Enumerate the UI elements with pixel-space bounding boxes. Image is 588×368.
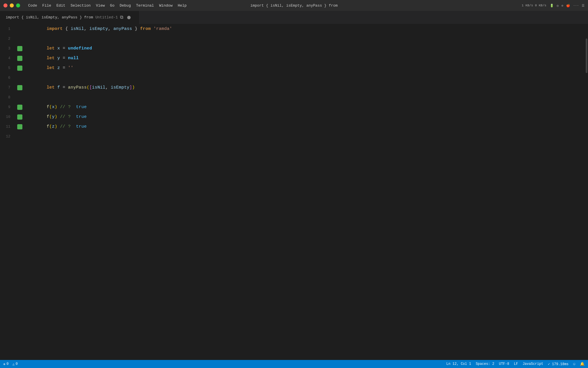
breakpoint-4[interactable]	[17, 56, 22, 61]
titlebar-left: Code File Edit Selection View Go Debug T…	[3, 3, 187, 8]
no-breakpoint-6	[17, 75, 22, 80]
line-num-5: 5	[0, 63, 17, 73]
line-10: 10 f(y) // ? true	[0, 112, 585, 122]
statusbar-right: Ln 12, Col 1 Spaces: 2 UTF-8 LF JavaScri…	[446, 362, 585, 366]
menu-help[interactable]: Help	[178, 3, 187, 8]
line-ending[interactable]: LF	[514, 362, 518, 366]
timing: ✓ 179.18ms	[548, 362, 568, 366]
scrollbar[interactable]	[585, 24, 588, 360]
line-num-9: 9	[0, 102, 17, 112]
window-title: import { isNil, isEmpty, anyPass } from	[250, 3, 338, 8]
line-num-7: 7	[0, 83, 17, 93]
menu-code[interactable]: Code	[28, 3, 37, 8]
statusbar-left: ⊗ 0 △ 0	[3, 362, 18, 366]
line-num-6: 6	[0, 73, 17, 83]
line-9: 9 f(x) // ? true	[0, 102, 585, 112]
line-11: 11 f(z) // ? true	[0, 122, 585, 132]
menu-window[interactable]: Window	[159, 3, 173, 8]
editor: 1 import { isNil, isEmpty, anyPass } fro…	[0, 24, 588, 360]
close-button[interactable]	[3, 3, 7, 7]
line-num-4: 4	[0, 53, 17, 63]
cursor-position[interactable]: Ln 12, Col 1	[446, 362, 471, 366]
no-breakpoint-12	[17, 134, 22, 139]
tab-filename: Untitled-1	[95, 15, 118, 20]
line-num-8: 8	[0, 93, 17, 102]
circle-icon: ⊘	[562, 4, 564, 7]
menu-debug[interactable]: Debug	[120, 3, 131, 8]
errors-count: 0	[7, 362, 9, 366]
tab-breadcrumb-prefix: import { isNil, isEmpty, anyPass } from	[6, 15, 93, 20]
statusbar: ⊗ 0 △ 0 Ln 12, Col 1 Spaces: 2 UTF-8 LF …	[0, 360, 588, 368]
line-num-2: 2	[0, 34, 17, 44]
layout-icons: ⧉	[120, 15, 131, 20]
line-num-3: 3	[0, 44, 17, 53]
menu-file[interactable]: File	[42, 3, 51, 8]
no-breakpoint-2	[17, 36, 22, 41]
apple-icon: 🍎	[566, 4, 570, 7]
line-1: 1 import { isNil, isEmpty, anyPass } fro…	[0, 24, 585, 34]
no-breakpoint-1	[17, 26, 22, 32]
titlebar-icons: 🔋 ◎ ⊘ 🍎 ··· ☰	[550, 4, 585, 7]
active-tab[interactable]: import { isNil, isEmpty, anyPass } from …	[0, 11, 140, 24]
line-num-12: 12	[0, 132, 17, 141]
line-num-11: 11	[0, 122, 17, 132]
warning-count[interactable]: △ 0	[13, 362, 18, 366]
breakpoint-11[interactable]	[17, 124, 22, 129]
warning-icon: △	[13, 362, 15, 366]
line-12: 12	[0, 132, 585, 141]
no-breakpoint-8	[17, 95, 22, 100]
network-stats: 1 KB/s 0 KB/s	[522, 4, 546, 7]
titlebar: Code File Edit Selection View Go Debug T…	[0, 0, 588, 11]
language-mode[interactable]: JavaScript	[523, 362, 543, 366]
notification-icon[interactable]: 🔔	[580, 362, 585, 366]
tabbar: import { isNil, isEmpty, anyPass } from …	[0, 11, 588, 24]
breakpoint-10[interactable]	[17, 114, 22, 120]
menubar: Code File Edit Selection View Go Debug T…	[28, 3, 187, 8]
feedback-icon[interactable]: ☺	[573, 362, 575, 366]
line-7: 7 let f = anyPass([isNil, isEmpty])	[0, 83, 585, 93]
maximize-button[interactable]	[16, 3, 20, 7]
more-icon: ···	[573, 4, 579, 7]
breakpoint-3[interactable]	[17, 46, 22, 51]
line-5: 5 let z = ''	[0, 63, 585, 73]
menu-edit[interactable]: Edit	[56, 3, 65, 8]
code-11: f(z) // ? true	[25, 112, 87, 141]
minimize-button[interactable]	[10, 3, 14, 7]
line-num-1: 1	[0, 24, 17, 34]
line-3: 3 let x = undefined	[0, 44, 585, 53]
warnings-count: 0	[16, 362, 18, 366]
list-icon: ☰	[582, 4, 585, 7]
indentation[interactable]: Spaces: 2	[476, 362, 494, 366]
menu-terminal[interactable]: Terminal	[136, 3, 154, 8]
encoding[interactable]: UTF-8	[499, 362, 509, 366]
breakpoint-7[interactable]	[17, 85, 22, 90]
battery-icon: 🔋	[550, 4, 554, 7]
wifi-icon: ◎	[557, 4, 559, 7]
breakpoint-9[interactable]	[17, 105, 22, 110]
circle-status-icon	[127, 16, 131, 19]
menu-view[interactable]: View	[96, 3, 105, 8]
line-num-10: 10	[0, 112, 17, 122]
menu-selection[interactable]: Selection	[71, 3, 91, 8]
breakpoint-5[interactable]	[17, 66, 22, 71]
error-count[interactable]: ⊗ 0	[3, 362, 9, 366]
titlebar-right: 1 KB/s 0 KB/s 🔋 ◎ ⊘ 🍎 ··· ☰	[522, 4, 585, 7]
error-icon: ⊗	[3, 362, 5, 366]
split-editor-icon[interactable]: ⧉	[120, 15, 123, 20]
scrollbar-thumb[interactable]	[586, 39, 587, 73]
menu-go[interactable]: Go	[110, 3, 115, 8]
